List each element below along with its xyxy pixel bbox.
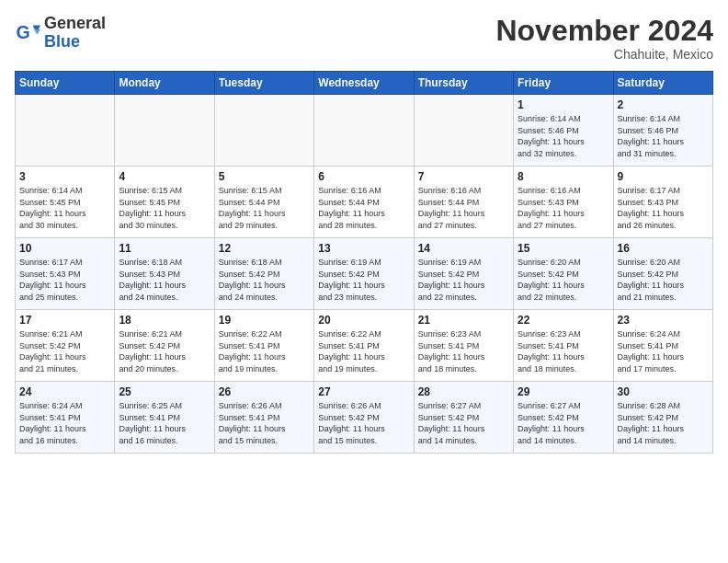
day-number: 17	[19, 314, 110, 327]
calendar-week-2: 3Sunrise: 6:14 AMSunset: 5:45 PMDaylight…	[16, 167, 713, 238]
day-number: 30	[618, 385, 709, 398]
day-number: 29	[518, 385, 609, 398]
calendar-cell: 6Sunrise: 6:16 AMSunset: 5:44 PMDaylight…	[314, 167, 414, 238]
day-info: Sunrise: 6:16 AMSunset: 5:43 PMDaylight:…	[518, 185, 609, 231]
header-tuesday: Tuesday	[214, 72, 313, 95]
calendar-cell: 17Sunrise: 6:21 AMSunset: 5:42 PMDayligh…	[16, 310, 115, 382]
calendar-cell: 1Sunrise: 6:14 AMSunset: 5:46 PMDaylight…	[514, 95, 613, 167]
month-title: November 2024	[495, 15, 713, 47]
day-number: 9	[618, 170, 709, 183]
calendar-cell: 12Sunrise: 6:18 AMSunset: 5:42 PMDayligh…	[214, 238, 313, 310]
header-saturday: Saturday	[613, 72, 712, 95]
header-sunday: Sunday	[16, 72, 115, 95]
calendar-cell: 4Sunrise: 6:15 AMSunset: 5:45 PMDaylight…	[115, 167, 214, 238]
calendar-cell	[16, 95, 115, 167]
day-info: Sunrise: 6:17 AMSunset: 5:43 PMDaylight:…	[618, 185, 709, 231]
day-info: Sunrise: 6:26 AMSunset: 5:42 PMDaylight:…	[318, 400, 409, 446]
day-info: Sunrise: 6:23 AMSunset: 5:41 PMDaylight:…	[518, 328, 609, 374]
calendar-cell: 21Sunrise: 6:23 AMSunset: 5:41 PMDayligh…	[414, 310, 513, 382]
day-number: 24	[19, 385, 110, 398]
calendar-cell: 30Sunrise: 6:28 AMSunset: 5:42 PMDayligh…	[613, 382, 712, 454]
day-info: Sunrise: 6:20 AMSunset: 5:42 PMDaylight:…	[618, 257, 709, 303]
day-number: 13	[318, 242, 409, 255]
calendar-cell: 20Sunrise: 6:22 AMSunset: 5:41 PMDayligh…	[314, 310, 414, 382]
calendar-cell: 28Sunrise: 6:27 AMSunset: 5:42 PMDayligh…	[414, 382, 513, 454]
calendar-cell: 25Sunrise: 6:25 AMSunset: 5:41 PMDayligh…	[115, 382, 214, 454]
day-number: 8	[518, 170, 609, 183]
svg-text:G: G	[16, 21, 29, 41]
calendar-cell: 8Sunrise: 6:16 AMSunset: 5:43 PMDaylight…	[514, 167, 613, 238]
day-number: 7	[418, 170, 509, 183]
header-thursday: Thursday	[414, 72, 513, 95]
day-info: Sunrise: 6:24 AMSunset: 5:41 PMDaylight:…	[19, 400, 110, 446]
calendar-cell: 15Sunrise: 6:20 AMSunset: 5:42 PMDayligh…	[514, 238, 613, 310]
title-block: November 2024 Chahuite, Mexico	[495, 15, 713, 62]
day-number: 16	[618, 242, 709, 255]
logo-general: General	[44, 15, 106, 33]
day-info: Sunrise: 6:21 AMSunset: 5:42 PMDaylight:…	[119, 328, 210, 374]
calendar-week-3: 10Sunrise: 6:17 AMSunset: 5:43 PMDayligh…	[16, 238, 713, 310]
day-info: Sunrise: 6:16 AMSunset: 5:44 PMDaylight:…	[418, 185, 509, 231]
day-number: 14	[418, 242, 509, 255]
calendar-cell: 22Sunrise: 6:23 AMSunset: 5:41 PMDayligh…	[514, 310, 613, 382]
day-info: Sunrise: 6:26 AMSunset: 5:41 PMDaylight:…	[219, 400, 310, 446]
calendar-cell: 13Sunrise: 6:19 AMSunset: 5:42 PMDayligh…	[314, 238, 414, 310]
day-number: 3	[19, 170, 110, 183]
calendar-cell	[314, 95, 414, 167]
calendar-week-1: 1Sunrise: 6:14 AMSunset: 5:46 PMDaylight…	[16, 95, 713, 167]
day-info: Sunrise: 6:27 AMSunset: 5:42 PMDaylight:…	[518, 400, 609, 446]
day-number: 4	[119, 170, 210, 183]
calendar-cell: 2Sunrise: 6:14 AMSunset: 5:46 PMDaylight…	[613, 95, 712, 167]
day-info: Sunrise: 6:25 AMSunset: 5:41 PMDaylight:…	[119, 400, 210, 446]
calendar-table: Sunday Monday Tuesday Wednesday Thursday…	[15, 71, 713, 454]
header: G General Blue November 2024 Chahuite, M…	[15, 15, 713, 62]
calendar-cell: 10Sunrise: 6:17 AMSunset: 5:43 PMDayligh…	[16, 238, 115, 310]
day-number: 25	[119, 385, 210, 398]
calendar-cell: 29Sunrise: 6:27 AMSunset: 5:42 PMDayligh…	[514, 382, 613, 454]
logo-blue: Blue	[44, 33, 106, 52]
day-info: Sunrise: 6:14 AMSunset: 5:46 PMDaylight:…	[518, 113, 609, 159]
day-info: Sunrise: 6:20 AMSunset: 5:42 PMDaylight:…	[518, 257, 609, 303]
day-number: 27	[318, 385, 409, 398]
day-number: 15	[518, 242, 609, 255]
day-info: Sunrise: 6:28 AMSunset: 5:42 PMDaylight:…	[618, 400, 709, 446]
calendar-cell: 24Sunrise: 6:24 AMSunset: 5:41 PMDayligh…	[16, 382, 115, 454]
calendar-cell: 3Sunrise: 6:14 AMSunset: 5:45 PMDaylight…	[16, 167, 115, 238]
day-number: 28	[418, 385, 509, 398]
day-number: 21	[418, 314, 509, 327]
header-friday: Friday	[514, 72, 613, 95]
calendar-cell: 19Sunrise: 6:22 AMSunset: 5:41 PMDayligh…	[214, 310, 313, 382]
day-number: 20	[318, 314, 409, 327]
calendar-week-4: 17Sunrise: 6:21 AMSunset: 5:42 PMDayligh…	[16, 310, 713, 382]
day-info: Sunrise: 6:21 AMSunset: 5:42 PMDaylight:…	[19, 328, 110, 374]
page: G General Blue November 2024 Chahuite, M…	[0, 0, 728, 563]
calendar-cell: 26Sunrise: 6:26 AMSunset: 5:41 PMDayligh…	[214, 382, 313, 454]
day-number: 11	[119, 242, 210, 255]
svg-marker-2	[34, 29, 40, 35]
location: Chahuite, Mexico	[495, 47, 713, 62]
calendar-header-row: Sunday Monday Tuesday Wednesday Thursday…	[16, 72, 713, 95]
calendar-cell: 5Sunrise: 6:15 AMSunset: 5:44 PMDaylight…	[214, 167, 313, 238]
day-number: 5	[219, 170, 310, 183]
day-info: Sunrise: 6:19 AMSunset: 5:42 PMDaylight:…	[418, 257, 509, 303]
day-info: Sunrise: 6:18 AMSunset: 5:43 PMDaylight:…	[119, 257, 210, 303]
calendar-cell	[414, 95, 513, 167]
day-number: 26	[219, 385, 310, 398]
day-number: 12	[219, 242, 310, 255]
day-number: 23	[618, 314, 709, 327]
calendar-cell: 7Sunrise: 6:16 AMSunset: 5:44 PMDaylight…	[414, 167, 513, 238]
calendar-week-5: 24Sunrise: 6:24 AMSunset: 5:41 PMDayligh…	[16, 382, 713, 454]
header-monday: Monday	[115, 72, 214, 95]
day-info: Sunrise: 6:23 AMSunset: 5:41 PMDaylight:…	[418, 328, 509, 374]
day-number: 2	[618, 98, 709, 111]
calendar-cell: 9Sunrise: 6:17 AMSunset: 5:43 PMDaylight…	[613, 167, 712, 238]
day-info: Sunrise: 6:27 AMSunset: 5:42 PMDaylight:…	[418, 400, 509, 446]
logo-text: General Blue	[44, 15, 106, 52]
day-info: Sunrise: 6:15 AMSunset: 5:45 PMDaylight:…	[119, 185, 210, 231]
day-info: Sunrise: 6:15 AMSunset: 5:44 PMDaylight:…	[219, 185, 310, 231]
calendar-cell: 11Sunrise: 6:18 AMSunset: 5:43 PMDayligh…	[115, 238, 214, 310]
calendar-cell	[214, 95, 313, 167]
day-number: 22	[518, 314, 609, 327]
day-number: 19	[219, 314, 310, 327]
calendar-cell: 14Sunrise: 6:19 AMSunset: 5:42 PMDayligh…	[414, 238, 513, 310]
